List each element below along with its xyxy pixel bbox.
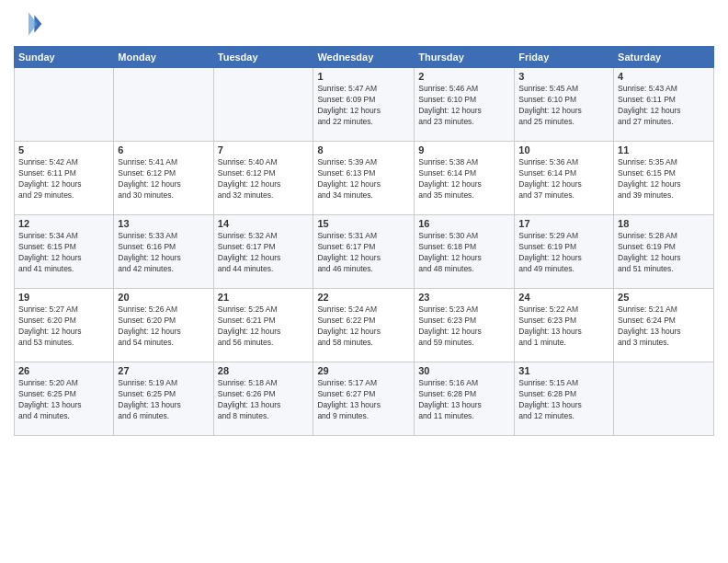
calendar-week-row: 1Sunrise: 5:47 AM Sunset: 6:09 PM Daylig…: [15, 68, 714, 142]
day-number: 2: [418, 71, 510, 82]
calendar-cell: 20Sunrise: 5:26 AM Sunset: 6:20 PM Dayli…: [114, 289, 213, 362]
day-info: Sunrise: 5:45 AM Sunset: 6:10 PM Dayligh…: [518, 84, 609, 128]
calendar-cell: 21Sunrise: 5:25 AM Sunset: 6:21 PM Dayli…: [213, 289, 313, 362]
calendar-cell: 23Sunrise: 5:23 AM Sunset: 6:23 PM Dayli…: [415, 289, 515, 362]
day-info: Sunrise: 5:46 AM Sunset: 6:10 PM Dayligh…: [418, 84, 510, 128]
day-number: 5: [18, 144, 109, 155]
header: [14, 9, 714, 39]
day-number: 9: [418, 144, 510, 155]
day-info: Sunrise: 5:39 AM Sunset: 6:13 PM Dayligh…: [317, 157, 410, 201]
weekday-header: Thursday: [415, 47, 515, 68]
calendar-cell: 16Sunrise: 5:30 AM Sunset: 6:18 PM Dayli…: [415, 215, 515, 289]
calendar-cell: 25Sunrise: 5:21 AM Sunset: 6:24 PM Dayli…: [614, 289, 714, 362]
day-info: Sunrise: 5:16 AM Sunset: 6:28 PM Dayligh…: [418, 378, 510, 422]
calendar-cell: 6Sunrise: 5:41 AM Sunset: 6:12 PM Daylig…: [114, 142, 213, 215]
calendar-cell: 9Sunrise: 5:38 AM Sunset: 6:14 PM Daylig…: [415, 142, 515, 215]
day-info: Sunrise: 5:34 AM Sunset: 6:15 PM Dayligh…: [18, 231, 109, 275]
weekday-header: Friday: [515, 47, 614, 68]
day-info: Sunrise: 5:28 AM Sunset: 6:19 PM Dayligh…: [618, 231, 710, 275]
day-info: Sunrise: 5:24 AM Sunset: 6:22 PM Dayligh…: [317, 304, 410, 349]
weekday-header: Wednesday: [313, 47, 415, 68]
calendar-header: SundayMondayTuesdayWednesdayThursdayFrid…: [15, 47, 714, 68]
calendar-cell: 30Sunrise: 5:16 AM Sunset: 6:28 PM Dayli…: [415, 362, 515, 436]
day-info: Sunrise: 5:18 AM Sunset: 6:26 PM Dayligh…: [218, 378, 310, 422]
day-info: Sunrise: 5:29 AM Sunset: 6:19 PM Dayligh…: [518, 231, 609, 275]
calendar-cell: [114, 68, 213, 142]
calendar-cell: 22Sunrise: 5:24 AM Sunset: 6:22 PM Dayli…: [313, 289, 415, 362]
calendar-cell: 17Sunrise: 5:29 AM Sunset: 6:19 PM Dayli…: [515, 215, 614, 289]
calendar-week-row: 19Sunrise: 5:27 AM Sunset: 6:20 PM Dayli…: [15, 289, 714, 362]
calendar-cell: [614, 362, 714, 436]
calendar-cell: 2Sunrise: 5:46 AM Sunset: 6:10 PM Daylig…: [415, 68, 515, 142]
calendar-cell: 7Sunrise: 5:40 AM Sunset: 6:12 PM Daylig…: [213, 142, 313, 215]
day-number: 10: [518, 144, 609, 155]
calendar-cell: 27Sunrise: 5:19 AM Sunset: 6:25 PM Dayli…: [114, 362, 213, 436]
day-number: 18: [618, 218, 710, 229]
day-number: 24: [518, 292, 609, 303]
day-number: 22: [317, 292, 410, 303]
weekday-header: Sunday: [15, 47, 114, 68]
day-number: 11: [618, 144, 710, 155]
day-number: 15: [317, 218, 410, 229]
day-number: 6: [118, 144, 209, 155]
calendar-cell: 18Sunrise: 5:28 AM Sunset: 6:19 PM Dayli…: [614, 215, 714, 289]
day-info: Sunrise: 5:22 AM Sunset: 6:23 PM Dayligh…: [518, 304, 609, 349]
day-number: 26: [18, 365, 109, 376]
calendar-week-row: 12Sunrise: 5:34 AM Sunset: 6:15 PM Dayli…: [15, 215, 714, 289]
day-info: Sunrise: 5:43 AM Sunset: 6:11 PM Dayligh…: [618, 84, 710, 128]
calendar-cell: 24Sunrise: 5:22 AM Sunset: 6:23 PM Dayli…: [515, 289, 614, 362]
calendar-cell: 29Sunrise: 5:17 AM Sunset: 6:27 PM Dayli…: [313, 362, 415, 436]
day-info: Sunrise: 5:40 AM Sunset: 6:12 PM Dayligh…: [218, 157, 310, 201]
day-number: 21: [218, 292, 310, 303]
calendar-cell: 19Sunrise: 5:27 AM Sunset: 6:20 PM Dayli…: [15, 289, 114, 362]
calendar-cell: 26Sunrise: 5:20 AM Sunset: 6:25 PM Dayli…: [15, 362, 114, 436]
calendar-table: SundayMondayTuesdayWednesdayThursdayFrid…: [14, 46, 714, 436]
day-info: Sunrise: 5:30 AM Sunset: 6:18 PM Dayligh…: [418, 231, 510, 275]
day-info: Sunrise: 5:32 AM Sunset: 6:17 PM Dayligh…: [218, 231, 310, 275]
day-info: Sunrise: 5:21 AM Sunset: 6:24 PM Dayligh…: [618, 304, 710, 349]
day-number: 30: [418, 365, 510, 376]
day-number: 23: [418, 292, 510, 303]
calendar-cell: 31Sunrise: 5:15 AM Sunset: 6:28 PM Dayli…: [515, 362, 614, 436]
day-number: 27: [118, 365, 209, 376]
day-number: 7: [218, 144, 310, 155]
day-info: Sunrise: 5:35 AM Sunset: 6:15 PM Dayligh…: [618, 157, 710, 201]
day-info: Sunrise: 5:26 AM Sunset: 6:20 PM Dayligh…: [118, 304, 209, 349]
day-number: 3: [518, 71, 609, 82]
day-number: 16: [418, 218, 510, 229]
day-number: 29: [317, 365, 410, 376]
calendar-cell: 1Sunrise: 5:47 AM Sunset: 6:09 PM Daylig…: [313, 68, 415, 142]
day-number: 8: [317, 144, 410, 155]
day-info: Sunrise: 5:27 AM Sunset: 6:20 PM Dayligh…: [18, 304, 109, 349]
logo: [14, 9, 47, 39]
calendar-cell: 10Sunrise: 5:36 AM Sunset: 6:14 PM Dayli…: [515, 142, 614, 215]
day-info: Sunrise: 5:19 AM Sunset: 6:25 PM Dayligh…: [118, 378, 209, 422]
day-number: 20: [118, 292, 209, 303]
day-number: 14: [218, 218, 310, 229]
day-number: 25: [618, 292, 710, 303]
calendar-cell: 8Sunrise: 5:39 AM Sunset: 6:13 PM Daylig…: [313, 142, 415, 215]
day-info: Sunrise: 5:47 AM Sunset: 6:09 PM Dayligh…: [317, 84, 410, 128]
day-info: Sunrise: 5:41 AM Sunset: 6:12 PM Dayligh…: [118, 157, 209, 201]
calendar-cell: 13Sunrise: 5:33 AM Sunset: 6:16 PM Dayli…: [114, 215, 213, 289]
calendar-body: 1Sunrise: 5:47 AM Sunset: 6:09 PM Daylig…: [15, 68, 714, 436]
day-number: 1: [317, 71, 410, 82]
day-info: Sunrise: 5:25 AM Sunset: 6:21 PM Dayligh…: [218, 304, 310, 349]
day-info: Sunrise: 5:36 AM Sunset: 6:14 PM Dayligh…: [518, 157, 609, 201]
day-number: 28: [218, 365, 310, 376]
weekday-header: Monday: [114, 47, 213, 68]
calendar-cell: 4Sunrise: 5:43 AM Sunset: 6:11 PM Daylig…: [614, 68, 714, 142]
day-number: 13: [118, 218, 209, 229]
day-info: Sunrise: 5:38 AM Sunset: 6:14 PM Dayligh…: [418, 157, 510, 201]
calendar-cell: 3Sunrise: 5:45 AM Sunset: 6:10 PM Daylig…: [515, 68, 614, 142]
day-info: Sunrise: 5:23 AM Sunset: 6:23 PM Dayligh…: [418, 304, 510, 349]
calendar-cell: [15, 68, 114, 142]
day-number: 19: [18, 292, 109, 303]
day-number: 17: [518, 218, 609, 229]
day-info: Sunrise: 5:15 AM Sunset: 6:28 PM Dayligh…: [518, 378, 609, 422]
day-number: 12: [18, 218, 109, 229]
day-info: Sunrise: 5:33 AM Sunset: 6:16 PM Dayligh…: [118, 231, 209, 275]
day-info: Sunrise: 5:17 AM Sunset: 6:27 PM Dayligh…: [317, 378, 410, 422]
calendar-week-row: 26Sunrise: 5:20 AM Sunset: 6:25 PM Dayli…: [15, 362, 714, 436]
calendar-cell: 28Sunrise: 5:18 AM Sunset: 6:26 PM Dayli…: [213, 362, 313, 436]
